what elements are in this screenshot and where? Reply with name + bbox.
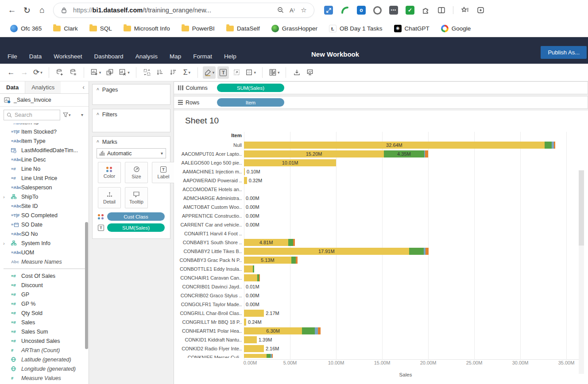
field-item[interactable]: =#GP % [0,299,89,308]
bar-segment[interactable] [315,327,318,334]
row-label[interactable]: ADMCHARGE Administra.. [175,196,244,201]
bookmark-item[interactable]: PowerBI [178,23,219,34]
row-label[interactable]: CONGRILL Char-Broil Clas.. [175,311,244,316]
bar-segment[interactable] [244,319,246,326]
outlook-extension-icon[interactable]: o [357,6,366,15]
columns-shelf[interactable]: Columns SUM(Sales) [174,81,588,94]
field-item[interactable]: =#Qty Sold [0,308,89,318]
bar-segment[interactable]: 4.35M [384,150,424,157]
bar-segment[interactable] [244,265,253,273]
tab-analytics[interactable]: Analytics [25,81,61,93]
mark-type-dropdown[interactable]: Automatic ▾ [97,148,166,158]
fix-axes-icon[interactable] [231,66,242,79]
menu-dashboard[interactable]: Dashboard [94,53,124,60]
marks-pill-sum-sales[interactable]: SUM(Sales) [107,223,165,232]
field-item[interactable]: AbcMeasure Names [0,257,89,266]
row-label[interactable]: CONCRIB01 Davinci Jayd.. [175,284,244,289]
row-label[interactable]: AAMACHINE1 Injection m.. [175,169,244,174]
bookmark-item[interactable]: t.OB Day 1 Tasks [325,23,387,34]
new-worksheet-icon[interactable]: ▾ [89,66,103,79]
bar-segment[interactable] [296,257,298,264]
view-options-icon[interactable]: ▾ [81,112,85,117]
x-axis-title[interactable]: Sales [244,372,567,377]
bar-segment[interactable] [244,177,247,184]
field-item[interactable]: =#GP [0,290,89,299]
bookmark-item[interactable]: Microsoft Info [120,23,174,34]
bar-segment[interactable] [409,248,424,255]
field-item[interactable]: =#Sales [0,318,89,327]
field-item[interactable]: =AbcSalesperson [0,183,89,192]
extensions-puzzle-icon[interactable] [422,6,430,14]
show-mark-labels-icon[interactable]: T [217,66,229,79]
field-item[interactable]: =#Line No [0,164,89,173]
bar-segment[interactable] [244,168,245,175]
collapse-chevron-icon[interactable]: ^ [97,140,99,145]
address-bar[interactable]: https://bi1.dataself.com/t/training_oran… [53,3,314,18]
bookmark-item[interactable]: Ofc 365 [6,23,46,34]
size-button[interactable]: Size [125,162,148,183]
color-button[interactable]: Color [98,162,121,183]
field-item[interactable]: #ARTran (Count) [0,346,89,355]
row-label[interactable]: CONKID2 Radio Flyer Inte.. [175,346,244,351]
bar-segment[interactable]: 15.20M [244,150,384,157]
scrollbar-thumb[interactable] [579,170,584,246]
bar-segment[interactable] [253,265,254,273]
field-item[interactable]: =#Cost Of Sales [0,271,89,280]
menu-format[interactable]: Format [193,53,212,60]
row-label[interactable]: CONKID1 Kiddraft Nantu.. [175,337,244,342]
columns-pill-sum-sales[interactable]: SUM(Sales) [217,84,284,92]
chart-vertical-scrollbar[interactable] [579,170,584,374]
collapse-chevron-icon[interactable]: ^ [97,112,99,117]
zoom-out-icon[interactable] [275,4,286,16]
bar-segment[interactable]: 5.13M [244,257,291,264]
bar-segment[interactable] [318,327,321,334]
split-screen-icon[interactable] [437,6,445,14]
url-text[interactable]: https://bi1.dataself.com/t/training_oran… [73,7,275,14]
bookmark-item[interactable]: Google [437,23,475,34]
bookmark-item[interactable]: Clark [49,23,82,34]
collections-add-icon[interactable] [477,6,485,14]
row-label[interactable]: CONKNIFE Mercer Culi.. [175,355,244,358]
bar-segment[interactable] [244,336,257,343]
field-item[interactable]: =AbcItem Type [0,136,89,146]
filters-card[interactable]: ^Filters [92,109,170,132]
presentation-mode-icon[interactable] [304,66,316,79]
sheet-title[interactable]: Sheet 10 [185,116,219,126]
back-icon[interactable]: ← [4,3,19,18]
row-label[interactable]: CARRENT Car and vehicle.. [175,222,244,227]
field-item[interactable]: Latitude (generated) [0,355,89,364]
bar-segment[interactable] [244,354,267,358]
download-icon[interactable] [291,66,302,79]
bar-segment[interactable] [545,142,552,149]
bar-segment[interactable] [288,239,293,246]
row-label[interactable]: ACCOMODATE Hotels an.. [175,187,244,192]
sort-descending-icon[interactable] [168,66,179,79]
expander-icon[interactable]: › [3,241,7,246]
bar-segment[interactable] [426,248,429,255]
highlight-icon[interactable]: ▾ [203,66,216,79]
tooltip-button[interactable]: Tooltip [125,187,148,208]
row-label[interactable]: AALEGO500 Lego 500 pie.. [175,160,244,165]
field-item[interactable]: =AbcSite ID [0,201,89,211]
field-item[interactable]: =#Discount [0,280,89,290]
home-icon[interactable]: ⌂ [35,3,50,18]
row-label[interactable]: CONBABY1 South Shore .. [175,240,244,245]
bar-segment[interactable] [272,354,273,358]
swap-axes-icon[interactable] [141,66,153,79]
bar-segment[interactable]: 17.91M [244,248,409,255]
todo-check-extension-icon[interactable]: ✓ [406,6,414,15]
marks-pill-cust-class[interactable]: Cust Class [107,212,165,221]
new-datasource-icon[interactable] [54,66,66,79]
read-aloud-icon[interactable]: A⁾ [286,4,298,16]
field-filter-icon[interactable]: ▾ [63,112,71,117]
row-label[interactable]: Null [175,142,244,148]
new-dashboard-icon[interactable] [104,66,116,79]
row-field-header[interactable]: Item [175,133,244,138]
search-input[interactable]: Search [4,110,60,120]
field-item[interactable]: ›ShipTo [0,192,89,201]
phone-extension-icon[interactable] [340,6,349,15]
field-item[interactable]: =T|FSO Completed [0,211,89,220]
field-item[interactable]: LastModifiedDateTim... [0,146,89,155]
row-label[interactable]: CONCHAIR1 Caravan Can.. [175,275,244,280]
bar-segment[interactable] [302,327,315,334]
